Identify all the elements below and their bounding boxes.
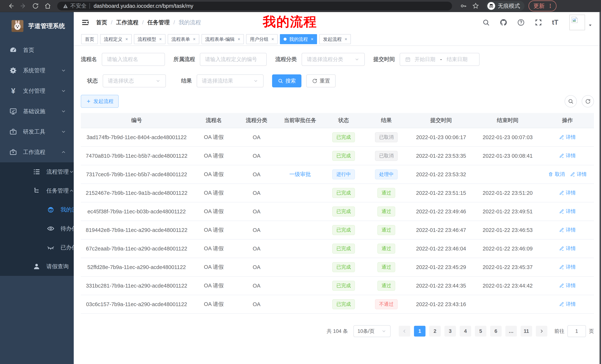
reload-icon[interactable] bbox=[32, 2, 39, 10]
process-category-select[interactable]: 请选择流程分类 bbox=[302, 53, 365, 66]
detail-action-link[interactable]: 详情 bbox=[559, 282, 576, 289]
address-bar[interactable]: 不安全 dashboard.yudao.iocoder.cn/bpm/task/… bbox=[57, 2, 452, 10]
back-icon[interactable] bbox=[7, 2, 14, 10]
sidebar-item-6[interactable]: 流程管理 bbox=[0, 162, 74, 181]
window-scrollbar[interactable] bbox=[600, 12, 601, 364]
trash-icon bbox=[548, 172, 553, 177]
search-button[interactable]: 搜索 bbox=[272, 74, 301, 87]
process-name-input[interactable]: 请输入流程名 bbox=[102, 53, 165, 66]
close-tab-icon[interactable]: × bbox=[193, 37, 196, 41]
date-range-picker[interactable]: 开始日期 - 结束日期 bbox=[400, 53, 480, 66]
page-size-select[interactable]: 10条/页 bbox=[353, 325, 391, 337]
detail-action-link[interactable]: 详情 bbox=[559, 189, 576, 196]
show-search-button[interactable] bbox=[565, 95, 577, 107]
detail-action-link[interactable]: 详情 bbox=[570, 171, 587, 178]
pen-icon bbox=[559, 190, 564, 195]
sidebar-item-9[interactable]: 待办任务 bbox=[0, 219, 74, 238]
forward-icon[interactable] bbox=[20, 2, 27, 10]
cell-id: 7317cec6-7b9b-11ec-b5b7-acde48001122 bbox=[81, 165, 192, 184]
chevron-down-icon bbox=[61, 108, 66, 114]
page-ellipsis[interactable]: … bbox=[505, 326, 517, 336]
update-button[interactable]: 更新 bbox=[529, 0, 556, 11]
eye-icon bbox=[47, 225, 55, 232]
close-tab-icon[interactable]: × bbox=[271, 37, 274, 41]
page-button-3[interactable]: 3 bbox=[444, 326, 456, 336]
tab-5[interactable]: 用户分组× bbox=[246, 34, 278, 44]
sidebar-item-2[interactable]: ¥支付管理 bbox=[0, 81, 74, 101]
fullscreen-icon[interactable] bbox=[534, 19, 542, 26]
page-button-4[interactable]: 4 bbox=[460, 326, 471, 336]
avatar[interactable] bbox=[570, 15, 585, 30]
tab-4[interactable]: 流程表单-编辑× bbox=[201, 34, 244, 44]
tab-6[interactable]: 我的流程× bbox=[280, 34, 317, 44]
tab-label: 发起流程 bbox=[323, 36, 341, 42]
cell-status: 已完成 bbox=[322, 128, 365, 147]
tab-3[interactable]: 流程表单× bbox=[168, 34, 199, 44]
detail-action-link[interactable]: 详情 bbox=[559, 152, 576, 159]
status-select[interactable]: 请选择状态 bbox=[103, 74, 166, 87]
cell-end-time: 2022-01-23 00:08:41 bbox=[474, 147, 541, 165]
tab-2[interactable]: 流程模型× bbox=[134, 34, 165, 44]
home-icon[interactable] bbox=[44, 2, 51, 10]
close-tab-icon[interactable]: × bbox=[159, 37, 162, 41]
detail-action-link[interactable]: 详情 bbox=[559, 208, 576, 215]
detail-action-link[interactable]: 详情 bbox=[559, 301, 576, 307]
page-button-6[interactable]: 6 bbox=[490, 326, 502, 336]
sidebar-item-4[interactable]: 研发工具 bbox=[0, 122, 74, 142]
detail-action-link[interactable]: 详情 bbox=[559, 264, 576, 270]
detail-action-link[interactable]: 详情 bbox=[559, 245, 576, 252]
sidebar-collapse-icon[interactable] bbox=[81, 18, 89, 27]
help-icon[interactable] bbox=[517, 19, 525, 26]
cell-actions: 详情 bbox=[541, 202, 594, 221]
tab-1[interactable]: 流程定义× bbox=[100, 34, 132, 44]
active-tab-dot-icon bbox=[284, 38, 287, 41]
sidebar-item-8[interactable]: 我的流程 bbox=[0, 200, 74, 219]
sidebar-item-0[interactable]: 首页 bbox=[0, 40, 74, 60]
success-badge: 通过 bbox=[377, 244, 395, 253]
bookmark-star-icon[interactable] bbox=[472, 2, 479, 10]
sidebar-item-7[interactable]: 任务管理 bbox=[0, 181, 74, 200]
menu-dots-icon[interactable] bbox=[548, 3, 553, 9]
github-icon[interactable] bbox=[500, 19, 507, 26]
success-badge: 已完成 bbox=[332, 207, 355, 216]
breadcrumb-item[interactable]: 首页 bbox=[96, 19, 107, 26]
breadcrumb-item[interactable]: 任务管理 bbox=[148, 19, 170, 26]
goto-page-input[interactable]: 1 bbox=[567, 325, 586, 337]
process-category-placeholder: 请选择流程分类 bbox=[307, 56, 352, 63]
password-key-icon[interactable] bbox=[460, 2, 467, 10]
sidebar-item-11[interactable]: 请假查询 bbox=[0, 257, 74, 276]
page-button-5[interactable]: 5 bbox=[475, 326, 486, 336]
detail-action-link[interactable]: 详情 bbox=[559, 134, 576, 140]
current-task-link[interactable]: 一级审批 bbox=[289, 171, 311, 177]
next-page-button[interactable] bbox=[536, 326, 547, 336]
sidebar-item-1[interactable]: 系统管理 bbox=[0, 60, 74, 81]
close-tab-icon[interactable]: × bbox=[125, 37, 128, 41]
close-tab-icon[interactable]: × bbox=[311, 37, 313, 41]
breadcrumb-item[interactable]: 工作流程 bbox=[116, 19, 138, 26]
sidebar-item-3[interactable]: 基础设施 bbox=[0, 101, 74, 122]
sidebar-item-5[interactable]: 工作流程 bbox=[0, 142, 74, 162]
close-tab-icon[interactable]: × bbox=[344, 37, 347, 41]
result-select[interactable]: 请选择流结果 bbox=[197, 74, 263, 87]
avatar-caret-icon[interactable] bbox=[588, 23, 593, 28]
action-label: 详情 bbox=[566, 245, 576, 252]
process-definition-input[interactable]: 请输入流程定义的编号 bbox=[200, 53, 267, 66]
page-button-11[interactable]: 11 bbox=[521, 326, 532, 336]
cell-category: OA bbox=[235, 165, 278, 184]
prev-page-button[interactable] bbox=[399, 326, 410, 336]
search-icon[interactable] bbox=[482, 19, 490, 26]
refresh-table-button[interactable] bbox=[582, 95, 594, 107]
page-button-1[interactable]: 1 bbox=[414, 326, 425, 336]
close-tab-icon[interactable]: × bbox=[238, 37, 240, 41]
page-button-2[interactable]: 2 bbox=[429, 326, 441, 336]
detail-action-link[interactable]: 详情 bbox=[559, 227, 576, 233]
tab-0[interactable]: 首页 bbox=[81, 34, 98, 44]
success-badge: 已完成 bbox=[332, 151, 355, 161]
filter-status: 状态 请选择状态 bbox=[87, 74, 166, 87]
sidebar-item-10[interactable]: 已办任务 bbox=[0, 238, 74, 257]
font-size-icon[interactable]: tT bbox=[552, 19, 560, 26]
cancel-action-link[interactable]: 取消 bbox=[548, 171, 565, 178]
tab-7[interactable]: 发起流程× bbox=[319, 34, 351, 44]
reset-button[interactable]: 重置 bbox=[306, 74, 336, 87]
create-process-button[interactable]: 发起流程 bbox=[81, 95, 119, 108]
